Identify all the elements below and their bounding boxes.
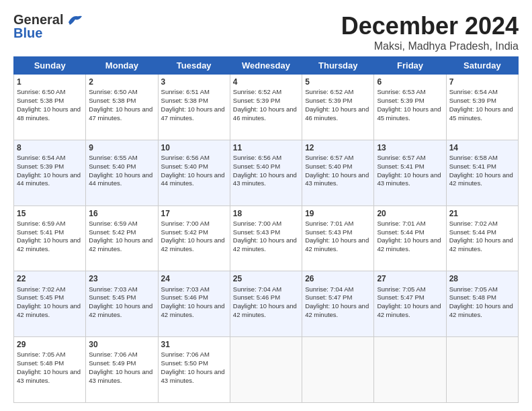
daylight: Daylight: 10 hours and 42 minutes. (17, 302, 81, 318)
sunrise: Sunrise: 7:02 AM (449, 220, 498, 227)
calendar-cell: 21Sunrise: 7:02 AMSunset: 5:44 PMDayligh… (446, 205, 518, 271)
day-number: 23 (89, 273, 154, 284)
calendar-week-1: 1Sunrise: 6:50 AMSunset: 5:38 PMDaylight… (14, 75, 519, 140)
calendar-week-4: 22Sunrise: 7:02 AMSunset: 5:45 PMDayligh… (14, 271, 519, 337)
day-number: 19 (305, 208, 371, 219)
col-thursday: Thursday (302, 57, 374, 75)
calendar-cell: 23Sunrise: 7:03 AMSunset: 5:45 PMDayligh… (86, 271, 158, 337)
sunrise: Sunrise: 6:50 AM (17, 88, 65, 95)
daylight: Daylight: 10 hours and 46 minutes. (305, 105, 369, 122)
sunset: Sunset: 5:42 PM (89, 228, 136, 236)
day-number: 24 (161, 273, 227, 284)
sunset: Sunset: 5:46 PM (233, 293, 280, 301)
calendar-cell: 18Sunrise: 7:00 AMSunset: 5:43 PMDayligh… (230, 205, 302, 271)
daylight: Daylight: 10 hours and 42 minutes. (305, 236, 369, 253)
calendar-cell: 25Sunrise: 7:04 AMSunset: 5:46 PMDayligh… (230, 271, 302, 337)
sunset: Sunset: 5:40 PM (233, 163, 280, 170)
calendar-cell: 24Sunrise: 7:03 AMSunset: 5:46 PMDayligh… (158, 271, 230, 337)
day-number: 8 (17, 142, 83, 153)
sunrise: Sunrise: 6:58 AM (449, 154, 498, 161)
daylight: Daylight: 10 hours and 42 minutes. (161, 302, 225, 318)
daylight: Daylight: 10 hours and 42 minutes. (449, 236, 513, 253)
col-wednesday: Wednesday (230, 57, 302, 75)
sunset: Sunset: 5:43 PM (233, 228, 280, 236)
day-number: 1 (17, 77, 83, 87)
daylight: Daylight: 10 hours and 43 minutes. (161, 368, 225, 384)
col-friday: Friday (374, 57, 446, 75)
sunset: Sunset: 5:38 PM (161, 97, 208, 104)
daylight: Daylight: 10 hours and 42 minutes. (305, 302, 369, 318)
sunrise: Sunrise: 7:05 AM (377, 285, 425, 293)
sunset: Sunset: 5:39 PM (449, 97, 496, 104)
day-number: 13 (377, 142, 443, 153)
day-number: 28 (449, 273, 515, 284)
logo-block: General Blue (13, 12, 85, 40)
day-number: 30 (89, 339, 154, 350)
calendar-cell: 17Sunrise: 7:00 AMSunset: 5:42 PMDayligh… (158, 205, 230, 271)
col-monday: Monday (86, 57, 158, 75)
sunset: Sunset: 5:45 PM (17, 293, 64, 301)
day-number: 15 (17, 208, 83, 219)
calendar-cell (302, 337, 374, 403)
sunset: Sunset: 5:41 PM (17, 228, 64, 236)
sunrise: Sunrise: 7:06 AM (161, 351, 210, 358)
sunrise: Sunrise: 7:03 AM (161, 285, 210, 293)
day-number: 6 (377, 77, 443, 87)
calendar-cell: 28Sunrise: 7:05 AMSunset: 5:48 PMDayligh… (446, 271, 518, 337)
daylight: Daylight: 10 hours and 43 minutes. (233, 171, 297, 187)
day-number: 9 (89, 142, 154, 153)
day-number: 10 (161, 142, 227, 153)
sunrise: Sunrise: 6:54 AM (17, 154, 65, 161)
calendar-cell: 19Sunrise: 7:01 AMSunset: 5:43 PMDayligh… (302, 205, 374, 271)
calendar-cell: 27Sunrise: 7:05 AMSunset: 5:47 PMDayligh… (374, 271, 446, 337)
sunrise: Sunrise: 6:52 AM (233, 88, 281, 95)
calendar-cell: 26Sunrise: 7:04 AMSunset: 5:47 PMDayligh… (302, 271, 374, 337)
sunrise: Sunrise: 7:01 AM (305, 220, 353, 227)
sunrise: Sunrise: 7:02 AM (17, 285, 65, 293)
sunset: Sunset: 5:42 PM (161, 228, 208, 236)
header-row: Sunday Monday Tuesday Wednesday Thursday… (14, 57, 519, 75)
day-number: 20 (377, 208, 443, 219)
day-number: 21 (449, 208, 515, 219)
daylight: Daylight: 10 hours and 44 minutes. (89, 171, 152, 187)
calendar-cell: 5Sunrise: 6:52 AMSunset: 5:39 PMDaylight… (302, 75, 374, 140)
sunrise: Sunrise: 7:04 AM (305, 285, 353, 293)
sunset: Sunset: 5:38 PM (17, 97, 64, 104)
day-number: 2 (89, 77, 154, 87)
calendar-cell (374, 337, 446, 403)
col-saturday: Saturday (446, 57, 518, 75)
calendar-body: 1Sunrise: 6:50 AMSunset: 5:38 PMDaylight… (14, 75, 519, 403)
sunrise: Sunrise: 6:54 AM (449, 88, 498, 95)
day-number: 14 (449, 142, 515, 153)
calendar-cell: 8Sunrise: 6:54 AMSunset: 5:39 PMDaylight… (14, 140, 86, 205)
sunset: Sunset: 5:40 PM (305, 163, 352, 170)
logo-blue: Blue (13, 26, 85, 40)
day-number: 26 (305, 273, 371, 284)
sunrise: Sunrise: 6:55 AM (89, 154, 137, 161)
sunrise: Sunrise: 6:59 AM (17, 220, 65, 227)
calendar-table: Sunday Monday Tuesday Wednesday Thursday… (13, 56, 519, 403)
sunrise: Sunrise: 6:53 AM (377, 88, 425, 95)
location: Maksi, Madhya Pradesh, India (341, 40, 519, 52)
calendar-cell: 30Sunrise: 7:06 AMSunset: 5:49 PMDayligh… (86, 337, 158, 403)
sunset: Sunset: 5:39 PM (17, 163, 64, 170)
calendar-cell: 31Sunrise: 7:06 AMSunset: 5:50 PMDayligh… (158, 337, 230, 403)
calendar-cell: 2Sunrise: 6:50 AMSunset: 5:38 PMDaylight… (86, 75, 158, 140)
daylight: Daylight: 10 hours and 42 minutes. (449, 302, 513, 318)
daylight: Daylight: 10 hours and 42 minutes. (233, 302, 297, 318)
daylight: Daylight: 10 hours and 42 minutes. (377, 236, 441, 253)
calendar-cell: 1Sunrise: 6:50 AMSunset: 5:38 PMDaylight… (14, 75, 86, 140)
calendar-cell: 12Sunrise: 6:57 AMSunset: 5:40 PMDayligh… (302, 140, 374, 205)
daylight: Daylight: 10 hours and 43 minutes. (305, 171, 369, 187)
sunrise: Sunrise: 7:01 AM (377, 220, 425, 227)
sunrise: Sunrise: 7:00 AM (161, 220, 210, 227)
day-number: 7 (449, 77, 515, 87)
calendar-cell: 14Sunrise: 6:58 AMSunset: 5:41 PMDayligh… (446, 140, 518, 205)
sunset: Sunset: 5:48 PM (17, 359, 64, 367)
day-number: 27 (377, 273, 443, 284)
sunrise: Sunrise: 6:51 AM (161, 88, 210, 95)
header: General Blue December 2024 Maksi, Madhya… (13, 12, 519, 52)
sunset: Sunset: 5:43 PM (305, 228, 352, 236)
daylight: Daylight: 10 hours and 47 minutes. (89, 105, 152, 122)
sunset: Sunset: 5:46 PM (161, 293, 208, 301)
